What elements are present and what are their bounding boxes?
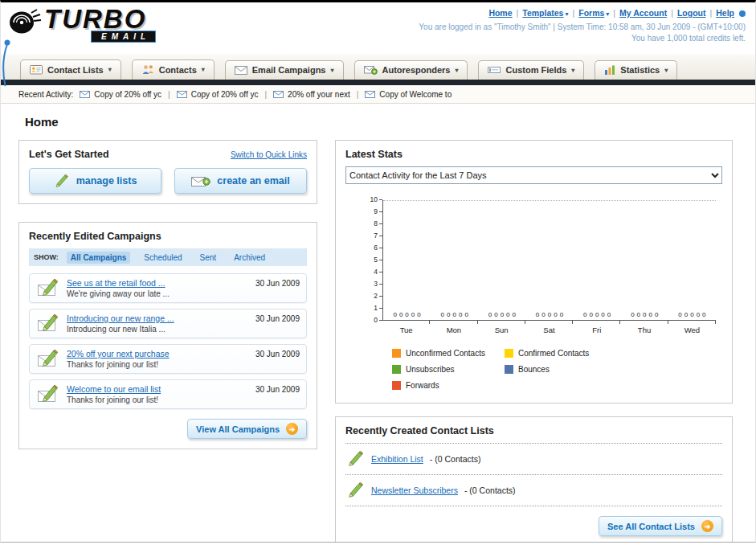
logo-line2: EMAIL: [91, 31, 156, 43]
see-all-contact-lists-button[interactable]: See All Contact Lists ➜: [599, 516, 722, 536]
legend-entry: Bounces: [505, 365, 617, 374]
stats-panel-title: Latest Stats: [345, 149, 722, 160]
chart-bar-group: 00000: [525, 311, 573, 318]
switch-to-quick-links-link[interactable]: Switch to Quick Links: [231, 150, 307, 159]
x-axis-label: Wed: [668, 326, 716, 334]
campaign-envelope-pencil-icon: [36, 349, 60, 369]
bar-value-label: 0: [643, 311, 646, 318]
recent-activity-item[interactable]: Copy of Welcome to: [365, 90, 452, 99]
x-axis-tickmark: [620, 321, 668, 324]
campaign-filter-archived[interactable]: Archived: [230, 252, 269, 264]
campaign-title-link[interactable]: See us at the retail food ...: [67, 278, 249, 288]
recent-activity-item[interactable]: 20% off your next: [273, 90, 350, 99]
recent-activity-link[interactable]: Copy of 20% off yc: [191, 90, 259, 99]
campaign-date: 30 Jun 2009: [255, 350, 300, 358]
legend-label: Forwards: [406, 381, 439, 390]
nav-tab-label: Statistics: [620, 65, 660, 75]
x-axis-label: Mon: [430, 326, 477, 334]
recent-activity-item[interactable]: Copy of 20% off yc: [80, 90, 161, 99]
bar-value-label: 0: [417, 311, 420, 318]
nav-tab-statistics[interactable]: Statistics ▾: [595, 60, 677, 80]
y-axis-label: 6: [374, 244, 378, 252]
page-title: Home: [25, 115, 733, 129]
create-email-label: create an email: [217, 175, 289, 186]
nav-tab-contact-lists[interactable]: Contact Lists ▾: [20, 59, 121, 80]
campaign-filter-sent[interactable]: Sent: [196, 252, 221, 264]
bar-value-label: 0: [697, 311, 700, 318]
chart-legend: Unconfirmed ContactsConfirmed ContactsUn…: [392, 349, 716, 390]
contact-list-name-link[interactable]: Exhibition List: [371, 454, 423, 464]
x-axis-label: Sun: [478, 326, 525, 334]
y-axis-label: 10: [370, 195, 378, 203]
bar-value-label: 0: [690, 311, 693, 318]
nav-tab-autoresponders[interactable]: Autoresponders ▾: [354, 60, 468, 80]
chart-bar-group: 00000: [478, 311, 525, 318]
separator: |: [357, 90, 359, 99]
nav-tab-custom-fields[interactable]: Custom Fields ▾: [478, 60, 584, 80]
separator: |: [168, 90, 170, 99]
campaign-filter-scheduled[interactable]: Scheduled: [140, 252, 186, 264]
recent-activity-link[interactable]: 20% off your next: [288, 90, 350, 99]
envelope-icon: [273, 91, 284, 98]
y-axis-label: 3: [374, 280, 378, 288]
bar-value-label: 0: [411, 311, 415, 318]
stats-activity-select[interactable]: Contact Activity for the Last 7 Days: [345, 166, 722, 184]
top-link-logout[interactable]: Logout: [677, 8, 706, 18]
legend-swatch: [392, 349, 401, 358]
legend-swatch: [505, 365, 513, 374]
top-link-forms[interactable]: Forms: [578, 8, 604, 18]
statistics-icon: [604, 65, 615, 75]
campaign-text: Introducing our new range ...Introducing…: [67, 313, 249, 334]
credits-info: You have 1,000 total credits left.: [419, 34, 746, 43]
recent-activity-item[interactable]: Copy of 20% off yc: [177, 90, 259, 99]
campaign-title-link[interactable]: Welcome to our email list: [67, 384, 249, 394]
bar-value-label: 0: [655, 311, 658, 318]
bar-value-label: 0: [649, 311, 652, 318]
manage-lists-button[interactable]: manage lists: [29, 168, 161, 194]
top-link-help[interactable]: Help: [716, 8, 734, 18]
campaign-subtitle: We're giving away our late ...: [67, 289, 249, 298]
turbo-email-dashboard: TURBO EMAIL Home|Templates▾|Forms▾|My Ac…: [0, 0, 756, 543]
chevron-down-icon: ▾: [565, 10, 568, 18]
bar-value-label: 0: [393, 311, 396, 318]
help-indicator-dot: [739, 10, 746, 17]
contact-list-name-link[interactable]: Newsletter Subscribers: [371, 485, 458, 495]
legend-swatch: [392, 381, 401, 390]
latest-stats-panel: Latest Stats Contact Activity for the La…: [335, 140, 733, 404]
create-email-button[interactable]: create an email: [174, 168, 307, 194]
legend-entry: Unsubscribes: [392, 365, 505, 374]
nav-tab-contacts[interactable]: Contacts ▾: [132, 59, 215, 80]
campaign-title-link[interactable]: 20% off your next purchase: [67, 349, 249, 358]
pencil-icon: [347, 451, 365, 467]
campaign-date: 30 Jun 2009: [255, 385, 300, 394]
y-axis-label: 1: [374, 304, 378, 312]
chevron-down-icon: ▾: [108, 66, 112, 73]
y-axis-label: 2: [374, 292, 378, 300]
bar-value-label: 0: [678, 311, 681, 318]
campaign-row: Introducing our new range ...Introducing…: [29, 309, 307, 338]
top-link-templates[interactable]: Templates: [522, 8, 563, 18]
bar-value-label: 0: [441, 311, 444, 318]
legend-entry: Unconfirmed Contacts: [392, 349, 505, 358]
bar-value-label: 0: [488, 311, 492, 318]
top-link-my-account[interactable]: My Account: [619, 8, 667, 18]
campaign-filter-all-campaigns[interactable]: All Campaigns: [67, 252, 130, 264]
left-column: Let's Get Started Switch to Quick Links …: [18, 140, 317, 449]
nav-tab-email-campaigns[interactable]: Email Campaigns ▾: [225, 60, 344, 80]
bar-value-label: 0: [589, 311, 592, 318]
top-link-home[interactable]: Home: [488, 8, 512, 18]
get-started-panel: Let's Get Started Switch to Quick Links …: [18, 140, 317, 204]
main-nav: Contact Lists ▾ Contacts ▾ Email Campaig…: [1, 54, 755, 80]
view-all-campaigns-button[interactable]: View All Campaigns ➜: [187, 419, 307, 439]
recent-activity-link[interactable]: Copy of 20% off yc: [94, 90, 161, 99]
chart-bar-group: 00000: [574, 311, 621, 318]
nav-divider-bar: [1, 80, 755, 85]
campaign-title-link[interactable]: Introducing our new range ...: [67, 313, 249, 323]
nav-tab-label: Contact Lists: [47, 65, 104, 75]
x-axis-tickmark: [430, 321, 477, 324]
campaign-date: 30 Jun 2009: [255, 279, 300, 288]
recent-activity-link[interactable]: Copy of Welcome to: [379, 90, 452, 99]
x-axis-tickmark: [573, 321, 620, 324]
bar-value-label: 0: [405, 311, 408, 318]
recent-activity-items: Copy of 20% off yc| Copy of 20% off yc| …: [80, 90, 452, 99]
